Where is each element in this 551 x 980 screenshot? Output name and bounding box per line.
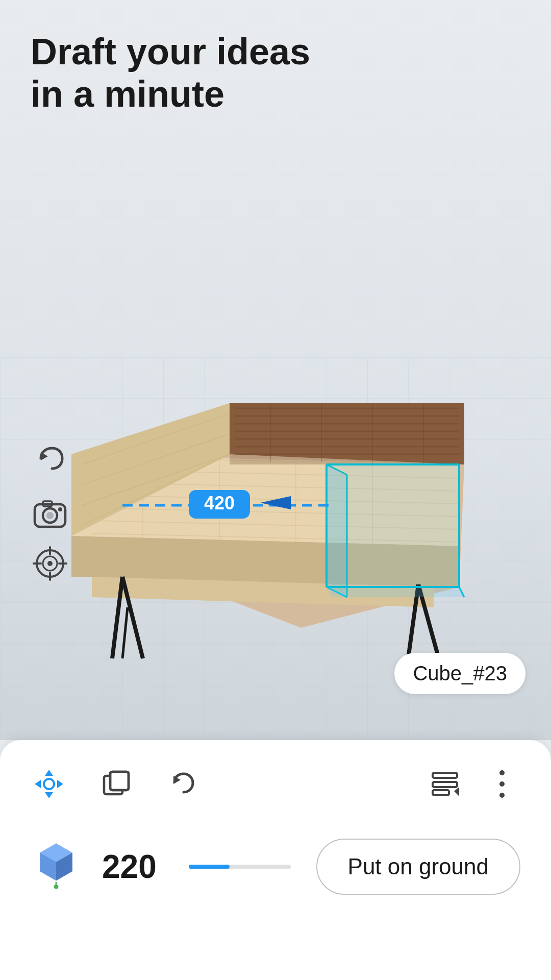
svg-point-83	[499, 793, 505, 798]
height-slider[interactable]	[189, 865, 291, 869]
toolbar-row	[0, 740, 551, 818]
undo-tool-button[interactable]	[165, 766, 202, 802]
svg-marker-69	[45, 770, 53, 776]
svg-marker-72	[57, 780, 63, 788]
height-value: 220	[102, 848, 163, 886]
svg-point-81	[499, 770, 505, 775]
svg-point-68	[44, 779, 54, 789]
toolbar-right	[427, 766, 520, 802]
svg-marker-44	[327, 464, 347, 597]
svg-text:420: 420	[204, 493, 235, 513]
svg-marker-70	[45, 792, 53, 798]
camera-button[interactable]	[28, 490, 72, 535]
furniture-3d: 420	[41, 301, 500, 699]
svg-point-82	[499, 781, 505, 787]
paint-button[interactable]	[427, 766, 463, 802]
svg-point-60	[58, 507, 62, 511]
bottom-panel: 220 Put on ground	[0, 740, 551, 980]
move-tool-button[interactable]	[31, 766, 67, 802]
svg-marker-55	[41, 452, 48, 460]
svg-rect-79	[433, 790, 449, 795]
svg-rect-74	[110, 772, 129, 790]
cube-icon	[31, 841, 82, 892]
scene-area: Draft your ideas in a minute	[0, 0, 551, 740]
page-title: Draft your ideas in a minute	[31, 31, 310, 115]
svg-marker-48	[327, 587, 464, 597]
toolbar-left	[31, 766, 202, 802]
more-options-button[interactable]	[484, 766, 520, 802]
put-on-ground-button[interactable]: Put on ground	[316, 839, 520, 895]
layers-button[interactable]	[98, 766, 135, 802]
svg-marker-71	[35, 780, 41, 788]
undo-button[interactable]	[31, 439, 71, 480]
svg-point-58	[46, 512, 54, 519]
svg-point-63	[47, 561, 53, 566]
svg-rect-15	[230, 403, 464, 464]
target-button[interactable]	[28, 541, 72, 586]
svg-line-36	[122, 607, 128, 658]
action-row: 220 Put on ground	[0, 818, 551, 915]
svg-rect-77	[433, 773, 457, 778]
object-label: Cube_#23	[394, 653, 525, 694]
svg-rect-78	[433, 782, 457, 787]
svg-marker-80	[454, 787, 459, 796]
svg-point-88	[54, 885, 58, 889]
height-slider-fill	[189, 865, 230, 869]
